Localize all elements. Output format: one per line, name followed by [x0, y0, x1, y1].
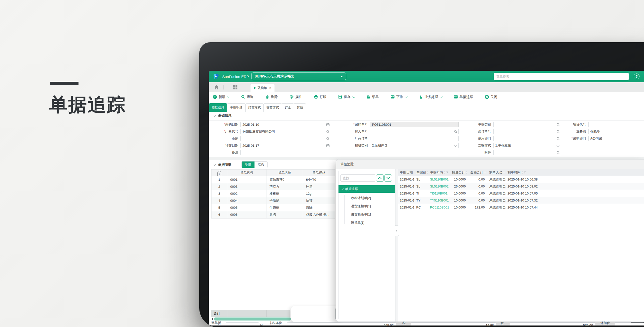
account-method-select[interactable]: 1.单张立账 — [493, 143, 561, 148]
lookup-icon[interactable] — [556, 137, 560, 140]
currency-input[interactable] — [240, 136, 331, 141]
sort-icon[interactable] — [522, 171, 523, 174]
table-row[interactable]: 6 0006 果冻 杯装-A公司-无... — [212, 211, 335, 218]
new-button[interactable]: 新增 — [213, 95, 229, 99]
tab-delivery[interactable]: 交货方式 — [264, 103, 282, 112]
scroll-left-icon[interactable] — [211, 318, 213, 320]
tax-type-select[interactable]: 2.应税内含 — [370, 143, 459, 148]
tab-other[interactable]: 其他 — [294, 103, 306, 112]
lookup-icon[interactable] — [556, 130, 560, 134]
lookup-icon[interactable] — [454, 130, 458, 134]
table-row[interactable]: 2025-01-10 TI TI5110B001 10.0000 0.00 系统… — [398, 190, 644, 197]
doc-number-link[interactable]: SL5110B002 — [428, 184, 450, 188]
tree-node[interactable]: 进货检验单[1] — [338, 210, 395, 218]
push-down-button[interactable]: 下推 — [390, 95, 407, 99]
column-header[interactable]: 货品规格 — [303, 170, 335, 176]
untaxed-input[interactable]: 555.02 — [287, 322, 396, 326]
doc-number-link[interactable]: TI5110B001 — [428, 192, 450, 195]
home-icon[interactable] — [214, 84, 219, 90]
filter-icon[interactable] — [446, 171, 448, 174]
column-header[interactable]: 制单时间 — [506, 169, 538, 176]
table-row[interactable]: 3 0002 棒棒糖 12g — [212, 190, 335, 197]
attachment-input[interactable] — [493, 150, 561, 155]
lock-button[interactable]: 锁单 — [366, 95, 379, 99]
lookup-icon[interactable] — [326, 137, 330, 140]
column-header[interactable]: 制单人员 — [487, 169, 506, 176]
column-header[interactable]: 货品代号 — [227, 170, 266, 176]
column-header[interactable]: 金额合计 — [468, 169, 487, 176]
purchase-department-input[interactable]: A公司采 — [588, 136, 644, 141]
properties-button[interactable]: 属性 — [290, 95, 302, 99]
tab-detail[interactable]: 单据明细 — [227, 103, 246, 112]
sales-order-input[interactable] — [493, 129, 561, 134]
extra-total-input[interactable] — [615, 322, 644, 326]
calendar-icon[interactable] — [326, 123, 330, 126]
tab-basic-info[interactable]: 基础信息 — [209, 103, 227, 112]
tree-find-input[interactable] — [340, 174, 375, 182]
calendar-icon[interactable] — [326, 144, 330, 148]
collapse-panel-handle[interactable] — [395, 226, 399, 236]
table-row[interactable]: 2025-01-10 PC PC5110B001 10.0000 172.00 … — [398, 204, 644, 211]
horizontal-scrollbar[interactable] — [211, 317, 291, 321]
sort-icon[interactable] — [444, 171, 446, 174]
table-row[interactable]: 2025-01-10 SL SL5110B002 26.0000 0.00 系统… — [398, 183, 644, 190]
scrollbar-thumb[interactable] — [214, 318, 291, 320]
tree-node[interactable]: 进货送检单[1] — [338, 202, 395, 210]
doc-number-link[interactable]: SL5110B001 — [428, 178, 450, 181]
column-header[interactable]: 单据号码 — [428, 169, 450, 176]
close-tab-icon[interactable]: × — [269, 86, 271, 90]
doc-number-link[interactable]: TY5110B001 — [428, 198, 450, 202]
tab-purchase-order[interactable]: 采购单 × — [250, 84, 274, 92]
supplier-code-input[interactable]: 兴盛批发贸易有限公司 — [240, 129, 331, 134]
sort-icon[interactable] — [466, 171, 468, 174]
print-button[interactable]: 打印 — [314, 95, 326, 99]
toggle-summary[interactable]: 汇总 — [254, 162, 267, 168]
discount-input[interactable] — [226, 322, 259, 326]
popup-title-bar[interactable]: 单据追踪 — [336, 160, 644, 169]
table-row[interactable]: 2025-01-10 TY TY5110B001 10.0000 0.00 系统… — [398, 197, 644, 204]
filter-icon[interactable] — [524, 171, 526, 174]
column-header[interactable]: 单据别 — [414, 169, 428, 176]
account-selector[interactable]: SUNW-天心天思演示帳套 — [251, 72, 346, 80]
tree-node[interactable]: 收料计划单[2] — [338, 194, 395, 202]
business-process-button[interactable]: 业务处理 — [419, 95, 442, 99]
tax-input[interactable]: 19.98 — [411, 322, 496, 326]
column-header[interactable]: 单据日期 — [398, 169, 414, 176]
find-next-button[interactable] — [384, 174, 392, 182]
salesperson-input[interactable]: 张晓玲 — [588, 129, 644, 134]
tab-settlement[interactable]: 结算方式 — [245, 103, 264, 112]
column-header[interactable]: 数量合计 — [450, 169, 468, 176]
help-icon[interactable]: ? — [634, 74, 640, 79]
purchase-date-input[interactable]: 2025-01-10 — [240, 122, 331, 127]
tab-deposit[interactable]: 订金 — [282, 103, 294, 112]
close-button[interactable]: 关闭 — [485, 95, 497, 99]
total-input[interactable]: 575.00 — [510, 322, 595, 326]
sort-icon[interactable] — [503, 171, 505, 174]
table-row[interactable]: 1 0001 原味海苔0 6小包0 — [212, 176, 335, 183]
doc-category-input[interactable] — [493, 122, 561, 127]
table-row[interactable]: 2 0003 巧克力 纯黑 — [212, 183, 335, 190]
find-previous-button[interactable] — [376, 174, 384, 182]
section-basic-header[interactable]: 基础信息 — [213, 113, 232, 118]
table-row[interactable]: 4 0004 卡滋脆 抹茶 — [212, 197, 335, 204]
doc-number-link[interactable]: PC5110B001 — [428, 206, 450, 209]
query-button[interactable]: 查询 — [241, 95, 254, 99]
table-row[interactable]: 5 0005 牛奶糖 原味 — [212, 204, 335, 211]
lookup-icon[interactable] — [326, 130, 330, 134]
delivery-date-input[interactable]: 2025-01-17 — [240, 143, 331, 148]
grid-menu-icon[interactable] — [232, 84, 238, 90]
transfer-number-input[interactable] — [370, 129, 459, 134]
table-row[interactable]: 2025-01-10 SL SL5110B001 10.0000 0.00 系统… — [398, 176, 644, 183]
project-code-input[interactable] — [588, 122, 644, 127]
lookup-icon[interactable] — [556, 151, 560, 154]
menu-search-input[interactable] — [494, 73, 629, 80]
vendor-order-input[interactable] — [370, 136, 459, 141]
toggle-detail[interactable]: 明细 — [242, 162, 254, 168]
remark-input[interactable] — [240, 150, 458, 155]
using-department-input[interactable] — [493, 136, 561, 141]
sort-icon[interactable] — [484, 171, 486, 174]
tree-root-node[interactable]: 单据追踪 — [338, 185, 395, 193]
tree-node[interactable]: 进货单[1] — [338, 218, 395, 227]
add-row-icon[interactable]: + — [212, 170, 227, 176]
delete-button[interactable]: 删除 — [265, 95, 278, 99]
